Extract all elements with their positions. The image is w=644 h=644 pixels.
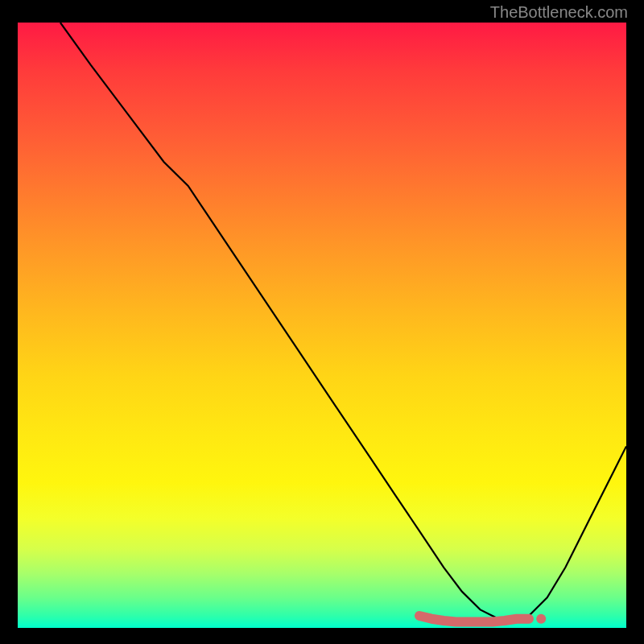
watermark-text: TheBottleneck.com xyxy=(490,3,628,22)
main-curve xyxy=(60,23,626,622)
chart-svg xyxy=(18,23,626,628)
marker-dot xyxy=(536,614,546,624)
bottom-marker xyxy=(419,616,529,622)
chart-plot-area xyxy=(18,23,626,628)
